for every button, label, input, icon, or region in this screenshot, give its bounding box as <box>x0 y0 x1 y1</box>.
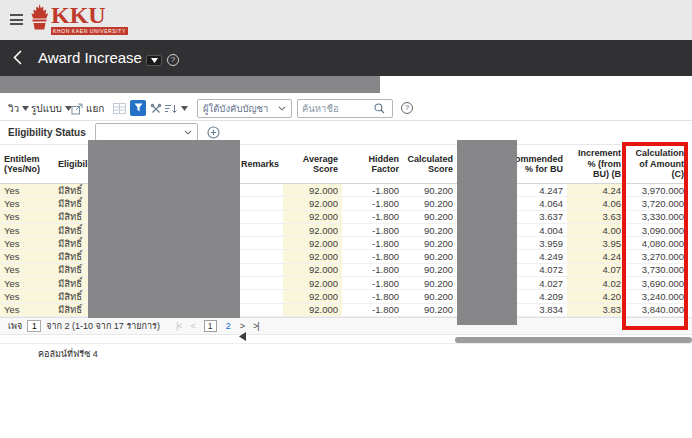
cell-entitlement: Yes <box>0 197 54 209</box>
page-range-text: จาก 2 (1-10 จาก 17 รายการ) <box>46 319 160 333</box>
add-filter-button[interactable] <box>207 126 220 139</box>
table-grid-icon <box>113 103 126 114</box>
cell-average-score: 92.000 <box>283 237 342 249</box>
filter-button-active[interactable] <box>130 99 146 116</box>
caret-down-icon <box>151 58 158 63</box>
col-increment-pct[interactable]: Increment % (from BU) (B <box>567 145 625 183</box>
logo-text: KKU <box>51 4 128 26</box>
cell-hidden-factor: -1.800 <box>342 237 403 249</box>
cell-eligibility: มีสิทธิ์ <box>54 250 92 262</box>
cell-calculated-score: 90.200 <box>403 277 457 289</box>
title-help-button[interactable]: ? <box>167 54 179 66</box>
format-menu-label: รูปแบบ <box>31 101 62 116</box>
export-icon <box>71 103 83 115</box>
col-eligibility[interactable]: Eligibility <box>54 145 92 183</box>
eligibility-status-dropdown[interactable] <box>95 123 198 141</box>
cell-eligibility: มีสิทธิ์ <box>54 264 92 276</box>
redacted-column-overlay-2 <box>457 140 517 325</box>
assignee-filter-dropdown[interactable]: ผู้ใต้บังคับบัญชา <box>197 99 292 118</box>
col-calculated-score[interactable]: Calculated Score <box>403 145 457 183</box>
cell-eligibility: มีสิทธิ์ <box>54 304 92 316</box>
cell-calculated-score: 90.200 <box>403 224 457 236</box>
cell-increment-pct: 4.00 <box>567 224 625 236</box>
toolbar-help-button[interactable]: ? <box>401 102 413 114</box>
cell-calculated-score: 90.200 <box>403 197 457 209</box>
last-page-button[interactable]: >| <box>253 321 259 331</box>
cell-hidden-factor: -1.800 <box>342 211 403 223</box>
toolbar: วิว รูปแบบ แยก <box>0 96 692 121</box>
caret-down-icon <box>181 106 188 111</box>
top-bar: KKU KHON KAEN UNIVERSITY <box>0 0 692 40</box>
cell-average-score: 92.000 <box>283 304 342 316</box>
content-divider <box>0 343 692 344</box>
cell-increment-pct: 4.07 <box>567 264 625 276</box>
cell-hidden-factor: -1.800 <box>342 304 403 316</box>
collapse-left-arrow[interactable] <box>239 332 246 341</box>
col-hidden-factor[interactable]: Hidden Factor <box>342 145 403 183</box>
cell-entitlement: Yes <box>0 304 54 316</box>
page-label: เพจ <box>8 319 22 333</box>
cell-entitlement: Yes <box>0 224 54 236</box>
cell-entitlement: Yes <box>0 237 54 249</box>
chevron-down-icon <box>278 106 286 111</box>
view-menu-label: วิว <box>8 101 19 116</box>
cell-average-score: 92.000 <box>283 224 342 236</box>
col-average-score[interactable]: Average Score <box>283 145 342 183</box>
chevron-down-icon <box>184 130 192 135</box>
pagination-bar: เพจ จาก 2 (1-10 จาก 17 รายการ) |< < 1 2 … <box>0 317 692 335</box>
search-icon[interactable] <box>374 103 385 114</box>
cell-increment-pct: 4.20 <box>567 290 625 302</box>
back-chevron-icon <box>13 50 22 65</box>
cell-eligibility: มีสิทธิ์ <box>54 197 92 209</box>
cell-average-score: 92.000 <box>283 250 342 262</box>
frozen-columns-note: คอลัมน์ที่ฟรีซ 4 <box>38 347 98 361</box>
prev-page-button[interactable]: < <box>190 321 194 331</box>
hamburger-menu-icon[interactable] <box>10 14 23 25</box>
cell-eligibility: มีสิทธิ์ <box>54 224 92 236</box>
cell-eligibility: มีสิทธิ์ <box>54 290 92 302</box>
cell-average-score: 92.000 <box>283 197 342 209</box>
eligibility-status-label: Eligibility Status <box>8 127 86 138</box>
grid-view-button[interactable] <box>113 100 126 117</box>
cell-entitlement: Yes <box>0 250 54 262</box>
view-menu[interactable]: วิว <box>8 100 29 117</box>
logo-tagline: KHON KAEN UNIVERSITY <box>51 27 128 35</box>
sort-icon <box>164 104 178 114</box>
cell-eligibility: มีสิทธิ์ <box>54 211 92 223</box>
cell-average-score: 92.000 <box>283 290 342 302</box>
award-increase-screen: KKU KHON KAEN UNIVERSITY Award Increase … <box>0 0 692 438</box>
back-button[interactable] <box>13 50 22 69</box>
cell-entitlement: Yes <box>0 264 54 276</box>
cell-calculated-score: 90.200 <box>403 250 457 262</box>
cell-increment-pct: 4.06 <box>567 197 625 209</box>
settings-tools-button[interactable] <box>150 100 162 117</box>
kku-logo: KKU KHON KAEN UNIVERSITY <box>30 4 128 35</box>
next-page-button[interactable]: > <box>240 321 244 331</box>
cell-increment-pct: 3.95 <box>567 237 625 249</box>
cell-calculated-score: 90.200 <box>403 211 457 223</box>
page-1-current[interactable]: 1 <box>204 320 217 332</box>
sort-menu[interactable] <box>164 100 188 117</box>
cell-entitlement: Yes <box>0 290 54 302</box>
view-switch-button[interactable] <box>146 55 162 66</box>
cell-increment-pct: 4.24 <box>567 250 625 262</box>
cell-eligibility: มีสิทธิ์ <box>54 184 92 196</box>
red-annotation-rectangle <box>622 142 688 330</box>
cell-increment-pct: 4.24 <box>567 184 625 196</box>
cell-average-score: 92.000 <box>283 264 342 276</box>
page-number-input[interactable] <box>27 320 41 332</box>
cell-calculated-score: 90.200 <box>403 290 457 302</box>
kku-pagoda-icon <box>30 4 49 34</box>
cell-average-score: 92.000 <box>283 211 342 223</box>
export-button[interactable]: แยก <box>71 100 104 117</box>
first-page-button[interactable]: |< <box>176 321 182 331</box>
search-box <box>297 99 393 118</box>
col-entitlement[interactable]: Entitlem (Yes/No) <box>0 145 54 183</box>
search-input[interactable] <box>298 103 374 114</box>
cell-increment-pct: 3.63 <box>567 211 625 223</box>
page-2-link[interactable]: 2 <box>226 321 231 331</box>
format-menu[interactable]: รูปแบบ <box>31 100 72 117</box>
cell-hidden-factor: -1.800 <box>342 264 403 276</box>
horizontal-scrollbar[interactable] <box>455 337 692 343</box>
cell-calculated-score: 90.200 <box>403 264 457 276</box>
